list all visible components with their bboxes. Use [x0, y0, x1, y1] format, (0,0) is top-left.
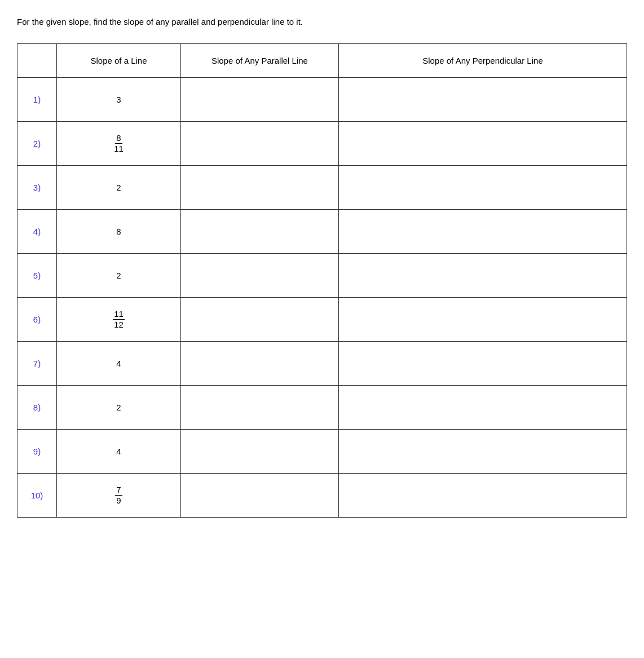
slope-value: 2 [57, 386, 181, 430]
row-number: 10) [17, 474, 57, 518]
perpendicular-answer [339, 474, 627, 518]
parallel-answer [181, 474, 339, 518]
perpendicular-answer [339, 298, 627, 342]
parallel-answer [181, 122, 339, 166]
instructions-text: For the given slope, find the slope of a… [17, 17, 627, 27]
table-row: 8)2 [17, 386, 627, 430]
slope-value: 4 [57, 430, 181, 474]
perpendicular-answer [339, 430, 627, 474]
table-row: 5)2 [17, 254, 627, 298]
table-row: 9)4 [17, 430, 627, 474]
perpendicular-answer [339, 254, 627, 298]
table-row: 10)79 [17, 474, 627, 518]
row-number: 8) [17, 386, 57, 430]
fraction-denominator: 12 [113, 320, 125, 330]
table-row: 6)1112 [17, 298, 627, 342]
fraction-denominator: 9 [115, 496, 122, 506]
col-header-slope: Slope of a Line [57, 44, 181, 78]
row-number: 7) [17, 342, 57, 386]
fraction-numerator: 8 [115, 133, 122, 144]
col-header-empty [17, 44, 57, 78]
perpendicular-answer [339, 342, 627, 386]
row-number: 1) [17, 78, 57, 122]
slope-value: 1112 [57, 298, 181, 342]
table-row: 2)811 [17, 122, 627, 166]
perpendicular-answer [339, 78, 627, 122]
slope-value: 4 [57, 342, 181, 386]
fraction-display: 811 [113, 133, 125, 154]
parallel-answer [181, 342, 339, 386]
slope-table: Slope of a Line Slope of Any Parallel Li… [17, 43, 627, 518]
row-number: 3) [17, 166, 57, 210]
parallel-answer [181, 430, 339, 474]
table-row: 3)2 [17, 166, 627, 210]
perpendicular-answer [339, 122, 627, 166]
parallel-answer [181, 210, 339, 254]
slope-value: 811 [57, 122, 181, 166]
fraction-denominator: 11 [113, 144, 125, 154]
row-number: 6) [17, 298, 57, 342]
table-row: 4)8 [17, 210, 627, 254]
parallel-answer [181, 78, 339, 122]
perpendicular-answer [339, 210, 627, 254]
row-number: 2) [17, 122, 57, 166]
table-row: 1)3 [17, 78, 627, 122]
slope-value: 79 [57, 474, 181, 518]
parallel-answer [181, 254, 339, 298]
row-number: 5) [17, 254, 57, 298]
fraction-numerator: 11 [113, 309, 125, 320]
parallel-answer [181, 166, 339, 210]
table-row: 7)4 [17, 342, 627, 386]
parallel-answer [181, 386, 339, 430]
fraction-numerator: 7 [115, 485, 122, 496]
col-header-perpendicular: Slope of Any Perpendicular Line [339, 44, 627, 78]
fraction-display: 79 [115, 485, 122, 506]
slope-value: 2 [57, 254, 181, 298]
perpendicular-answer [339, 166, 627, 210]
col-header-parallel: Slope of Any Parallel Line [181, 44, 339, 78]
row-number: 9) [17, 430, 57, 474]
slope-value: 2 [57, 166, 181, 210]
slope-value: 8 [57, 210, 181, 254]
fraction-display: 1112 [113, 309, 125, 330]
perpendicular-answer [339, 386, 627, 430]
parallel-answer [181, 298, 339, 342]
row-number: 4) [17, 210, 57, 254]
slope-value: 3 [57, 78, 181, 122]
